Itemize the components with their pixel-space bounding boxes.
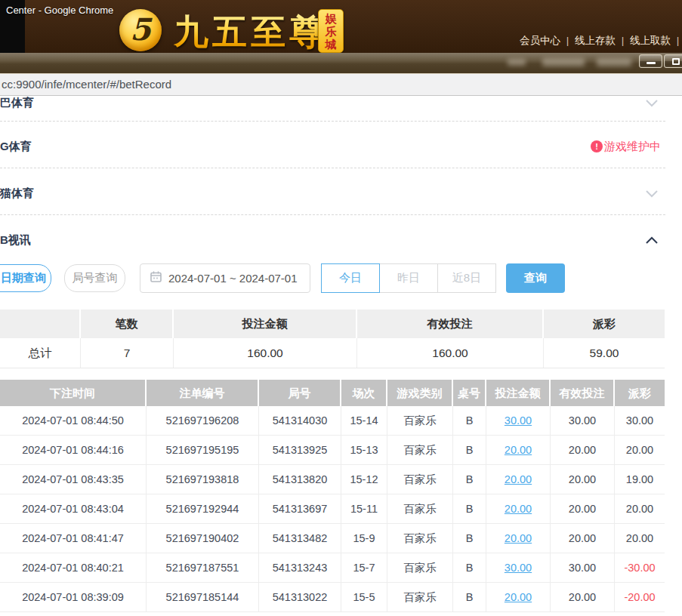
window-minimize-button[interactable]	[639, 54, 662, 68]
maintenance-badge: ! 游戏维护中	[591, 140, 661, 154]
chevron-down-icon	[645, 99, 659, 107]
bet-amount-link[interactable]: 20.00	[505, 503, 532, 515]
table-row: 2024-07-01 08:43:35521697193818541313820…	[0, 465, 665, 494]
bet-cell: B	[453, 465, 486, 494]
bet-cell: 15-12	[341, 465, 387, 494]
table-row: 2024-07-01 08:40:21521697187551541313243…	[0, 553, 665, 583]
bet-header-cell: 投注金额	[486, 380, 551, 406]
nav-member-center[interactable]: 会员中心	[520, 35, 560, 46]
brand-title: 九五至尊	[174, 9, 328, 53]
accordion-section-saba-sports[interactable]: 巴体育	[0, 90, 682, 116]
last-8-days-button[interactable]: 近8日	[437, 263, 496, 293]
bet-cell: B	[453, 553, 486, 582]
bet-cell: 541313820	[259, 465, 341, 494]
accordion-section-panda-sports[interactable]: 猫体育	[0, 180, 682, 206]
nav-online-withdraw[interactable]: 线上取款	[630, 35, 671, 46]
bet-header-cell: 注单编号	[147, 380, 259, 406]
bet-amount-link[interactable]: 20.00	[505, 532, 532, 544]
bet-cell: 百家乐	[387, 465, 453, 494]
table-row: 2024-07-01 08:43:04521697192944541313697…	[0, 494, 665, 524]
section-label: B视讯	[0, 233, 31, 248]
date-range-value: 2024-07-01 ~ 2024-07-01	[168, 272, 298, 285]
chevron-down-icon	[645, 189, 659, 198]
bet-header-cell: 桌号	[453, 380, 486, 406]
nav-separator: |	[677, 35, 680, 46]
bet-cell: 20.00	[615, 494, 665, 523]
bet-cell: 2024-07-01 08:40:21	[0, 553, 147, 582]
blurred-account-info	[542, 58, 585, 66]
summary-header-cell	[0, 310, 81, 338]
table-row: 2024-07-01 08:39:09521697185144541313022…	[0, 583, 665, 612]
bet-header-cell: 游戏类别	[387, 380, 453, 406]
bet-cell: 541314030	[259, 406, 341, 435]
summary-bet-count: 7	[81, 338, 174, 368]
bet-cell: 30.00	[615, 406, 665, 435]
bet-cell: 15-9	[341, 524, 387, 553]
bet-cell: 20.00	[486, 524, 551, 553]
bet-header-cell: 有效投注	[551, 380, 615, 406]
accordion-section-b-video[interactable]: B视讯	[0, 227, 682, 253]
bet-cell: 20.00	[551, 436, 615, 464]
bet-cell: 20.00	[551, 583, 615, 611]
bet-amount-link[interactable]: 20.00	[505, 444, 532, 456]
search-button[interactable]: 查询	[506, 263, 565, 293]
bet-cell: 30.00	[551, 406, 615, 435]
bet-cell: 20.00	[551, 465, 615, 494]
accordion-section-g-sports[interactable]: G体育 ! 游戏维护中	[0, 134, 682, 159]
bet-cell: 2024-07-01 08:39:09	[0, 583, 147, 611]
date-range-input[interactable]: 2024-07-01 ~ 2024-07-01	[140, 263, 310, 293]
bet-amount-link[interactable]: 20.00	[505, 591, 532, 603]
bet-cell: 521697192944	[147, 494, 259, 523]
bet-cell: 2024-07-01 08:43:04	[0, 494, 147, 523]
table-row: 2024-07-01 08:41:47521697190402541313482…	[0, 524, 665, 553]
bet-cell: 541313243	[259, 553, 341, 582]
summary-header-cell: 笔数	[81, 310, 174, 338]
bet-cell: 521697193818	[147, 465, 259, 494]
bet-cell: 521697195195	[147, 436, 259, 464]
bet-cell: 百家乐	[387, 406, 453, 435]
logo-number: 5	[130, 11, 151, 47]
bet-cell: 30.00	[551, 553, 615, 582]
section-divider	[0, 214, 665, 215]
blurred-account-info	[597, 58, 631, 66]
calendar-icon	[150, 271, 162, 285]
bet-cell: 百家乐	[387, 583, 453, 611]
bet-cell: 2024-07-01 08:41:47	[0, 524, 147, 553]
summary-header-cell: 有效投注	[357, 310, 544, 338]
bet-cell: 20.00	[486, 583, 551, 611]
bet-cell: B	[453, 583, 486, 611]
top-navigation: 会员中心 | 线上存款 | 线上取款 | 一键	[520, 34, 682, 48]
nav-separator: |	[566, 35, 569, 46]
bet-cell: B	[453, 406, 486, 435]
bet-cell: 20.00	[615, 436, 665, 464]
bet-amount-link[interactable]: 30.00	[505, 414, 532, 427]
summary-header-cell: 投注金额	[174, 310, 357, 338]
table-row: 2024-07-01 08:44:16521697195195541313925…	[0, 436, 665, 465]
bet-cell: B	[453, 524, 486, 553]
nav-online-deposit[interactable]: 线上存款	[575, 35, 616, 46]
bet-cell: 521697190402	[147, 524, 259, 553]
bet-cell: 2024-07-01 08:44:16	[0, 436, 147, 464]
summary-bet-amount: 160.00	[174, 338, 357, 368]
bet-table-header-row: 下注时间 注单编号 局号 场次 游戏类别 桌号 投注金额 有效投注 派彩	[0, 380, 665, 406]
bet-amount-link[interactable]: 20.00	[505, 473, 532, 485]
window-maximize-button[interactable]	[664, 54, 682, 68]
bet-cell: 20.00	[486, 494, 551, 523]
bet-cell: 20.00	[615, 524, 665, 553]
today-button[interactable]: 今日	[321, 263, 380, 293]
yesterday-button[interactable]: 昨日	[379, 263, 438, 293]
bet-cell: 541313697	[259, 494, 341, 523]
bet-cell: 百家乐	[387, 436, 453, 464]
section-label: 猫体育	[0, 186, 34, 201]
bet-cell: 15-7	[341, 553, 387, 582]
brand-badge-char: 娱	[326, 12, 337, 25]
date-query-tab[interactable]: 日期查询	[0, 264, 51, 292]
bet-header-cell: 局号	[259, 380, 341, 406]
round-query-tab[interactable]: 局号查询	[64, 264, 125, 292]
bet-cell: 541313925	[259, 436, 341, 464]
bet-table-body: 2024-07-01 08:44:50521697196208541314030…	[0, 406, 665, 612]
bet-amount-link[interactable]: 30.00	[505, 562, 532, 574]
bet-cell: 521697187551	[147, 553, 259, 582]
bet-cell: 15-13	[341, 436, 387, 464]
bet-cell: -30.00	[615, 553, 665, 582]
